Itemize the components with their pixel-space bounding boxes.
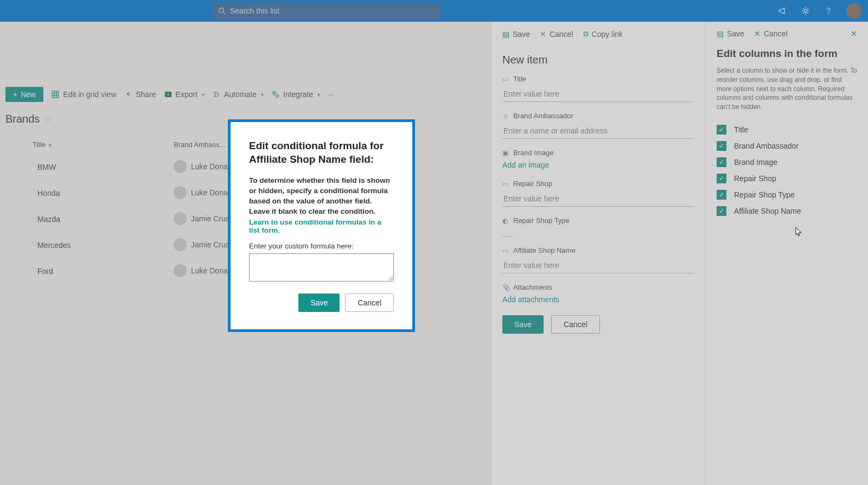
formula-textarea[interactable] (249, 253, 394, 282)
modal-scrim (0, 0, 868, 485)
modal-save-button[interactable]: Save (298, 293, 340, 312)
conditional-formula-modal: Edit conditional formula for Affiliate S… (228, 119, 415, 332)
modal-input-label: Enter your custom formula here: (249, 242, 394, 250)
modal-cancel-button[interactable]: Cancel (345, 293, 394, 312)
modal-desc: To determine whether this field is shown… (249, 176, 394, 217)
modal-heading: Edit conditional formula for Affiliate S… (249, 139, 394, 166)
modal-learn-link[interactable]: Learn to use conditional formulas in a l… (249, 218, 394, 234)
modal-buttons: Save Cancel (249, 293, 394, 312)
